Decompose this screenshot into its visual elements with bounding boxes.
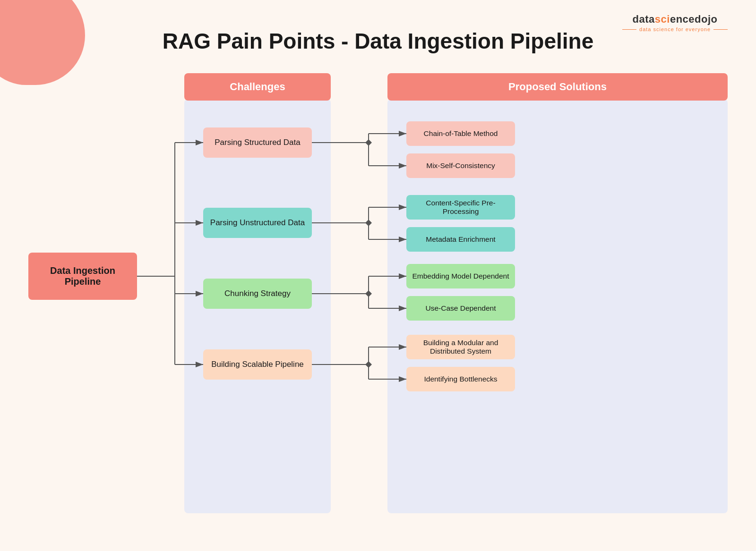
solutions-header: Proposed Solutions: [387, 73, 728, 101]
challenge-node-4: Building Scalable Pipeline: [203, 349, 312, 380]
solution-node-4b: Identifying Bottlenecks: [406, 367, 515, 391]
challenges-header: Challenges: [184, 73, 331, 101]
page-title: RAG Pain Points - Data Ingestion Pipelin…: [0, 28, 756, 54]
root-node: Data Ingestion Pipeline: [28, 253, 137, 300]
svg-marker-19: [365, 290, 372, 297]
logo-text: datasciencedojo: [633, 13, 718, 25]
svg-marker-14: [365, 220, 372, 226]
solution-node-1a: Chain-of-Table Method: [406, 121, 515, 146]
solution-node-3a: Embedding Model Dependent: [406, 264, 515, 288]
svg-marker-24: [365, 361, 372, 368]
svg-marker-9: [365, 139, 372, 146]
challenge-node-3: Chunking Strategy: [203, 279, 312, 309]
solution-node-2a: Content-Specific Pre-Processing: [406, 195, 515, 220]
challenge-node-2: Parsing Unstructured Data: [203, 208, 312, 238]
solution-node-1b: Mix-Self-Consistency: [406, 153, 515, 178]
diagram: Challenges Proposed Solutions Data Inges…: [28, 73, 728, 523]
challenge-node-1: Parsing Structured Data: [203, 127, 312, 158]
solution-node-3b: Use-Case Dependent: [406, 296, 515, 321]
solution-node-4a: Building a Modular and Distributed Syste…: [406, 335, 515, 359]
solution-node-2b: Metadata Enrichment: [406, 227, 515, 252]
